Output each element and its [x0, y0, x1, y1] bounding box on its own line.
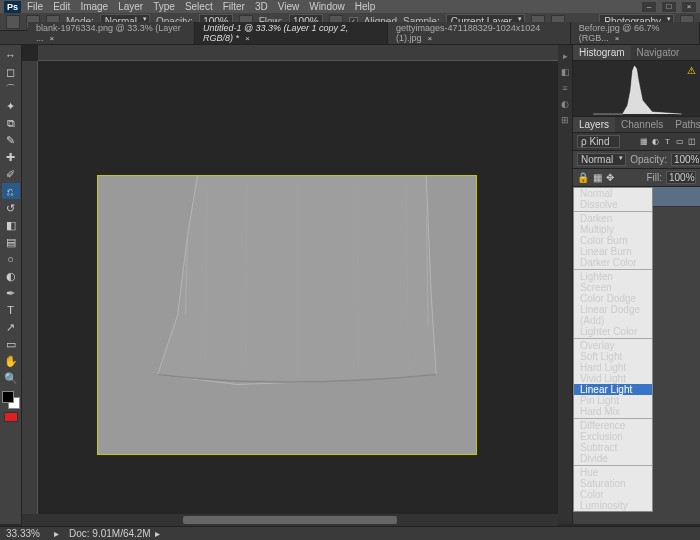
zoom-level[interactable]: 33.33%: [6, 528, 54, 539]
blend-mode-item[interactable]: Exclusion: [574, 431, 652, 442]
blend-mode-item[interactable]: Pin Light: [574, 395, 652, 406]
document-tab[interactable]: Untitled-1 @ 33.3% (Layer 1 copy 2, RGB/…: [195, 22, 388, 44]
wand-tool[interactable]: ✦: [2, 98, 20, 114]
filter-type-icon[interactable]: T: [663, 137, 672, 146]
type-tool[interactable]: T: [2, 302, 20, 318]
blend-mode-item[interactable]: Lighten: [574, 271, 652, 282]
ruler-horizontal[interactable]: [38, 45, 558, 61]
blend-mode-item[interactable]: Soft Light: [574, 351, 652, 362]
blend-mode-item[interactable]: Color: [574, 489, 652, 500]
pen-tool[interactable]: ✒: [2, 285, 20, 301]
menu-3d[interactable]: 3D: [255, 1, 268, 12]
blend-mode-item[interactable]: Hard Mix: [574, 406, 652, 417]
blend-mode-item[interactable]: Saturation: [574, 478, 652, 489]
shape-tool[interactable]: ▭: [2, 336, 20, 352]
tool-preset-icon[interactable]: [6, 15, 20, 29]
menu-image[interactable]: Image: [80, 1, 108, 12]
color-swatch[interactable]: [2, 391, 20, 409]
filter-pixel-icon[interactable]: ▦: [639, 137, 648, 146]
close-tab-icon[interactable]: ×: [50, 34, 55, 43]
dock-panel-icon-2[interactable]: ≡: [560, 83, 570, 93]
menu-help[interactable]: Help: [355, 1, 376, 12]
blend-mode-item[interactable]: Vivid Light: [574, 373, 652, 384]
blend-mode-item[interactable]: Hue: [574, 467, 652, 478]
doc-info-arrow-icon[interactable]: ▸: [155, 528, 160, 539]
stamp-tool[interactable]: ⎌: [2, 183, 20, 199]
lock-pixels-icon[interactable]: ▦: [593, 172, 602, 183]
history-brush-tool[interactable]: ↺: [2, 200, 20, 216]
heal-tool[interactable]: ✚: [2, 149, 20, 165]
menu-select[interactable]: Select: [185, 1, 213, 12]
fg-color-swatch[interactable]: [2, 391, 14, 403]
blend-mode-item[interactable]: Color Dodge: [574, 293, 652, 304]
tab-histogram[interactable]: Histogram: [573, 45, 631, 60]
blend-mode-item[interactable]: Luminosity: [574, 500, 652, 511]
dodge-tool[interactable]: ◐: [2, 268, 20, 284]
blend-mode-item[interactable]: Hard Light: [574, 362, 652, 373]
fill-input[interactable]: 100%: [666, 171, 696, 184]
window-minimize[interactable]: –: [642, 2, 656, 12]
menu-view[interactable]: View: [278, 1, 300, 12]
tab-navigator[interactable]: Navigator: [631, 45, 686, 60]
layer-opacity-input[interactable]: 100%: [671, 153, 700, 166]
blend-mode-item[interactable]: Linear Light: [574, 384, 652, 395]
canvas-area[interactable]: [22, 45, 558, 524]
document-tab[interactable]: gettyimages-471188329-1024x1024 (1).jpg×: [388, 22, 571, 44]
blend-mode-item[interactable]: Divide: [574, 453, 652, 464]
lasso-tool[interactable]: ⌒: [2, 81, 20, 97]
blend-mode-item[interactable]: Color Burn: [574, 235, 652, 246]
blend-mode-item[interactable]: Darker Color: [574, 257, 652, 268]
brush-tool[interactable]: ✐: [2, 166, 20, 182]
eraser-tool[interactable]: ◧: [2, 217, 20, 233]
ruler-vertical[interactable]: [22, 61, 38, 524]
menu-layer[interactable]: Layer: [118, 1, 143, 12]
window-close[interactable]: ×: [682, 2, 696, 12]
tab-layers[interactable]: Layers: [573, 117, 615, 132]
lock-position-icon[interactable]: ✥: [606, 172, 614, 183]
filter-smart-icon[interactable]: ◫: [687, 137, 696, 146]
menu-window[interactable]: Window: [309, 1, 345, 12]
blend-mode-item[interactable]: Subtract: [574, 442, 652, 453]
blend-mode-item[interactable]: Lighter Color: [574, 326, 652, 337]
move-tool[interactable]: ↔: [2, 47, 20, 63]
layer-kind-dropdown[interactable]: ρ Kind: [577, 135, 620, 148]
document-tab[interactable]: Before.jpg @ 66.7% (RGB...×: [571, 22, 700, 44]
close-tab-icon[interactable]: ×: [245, 34, 250, 43]
tab-paths[interactable]: Paths: [669, 117, 700, 132]
menu-type[interactable]: Type: [153, 1, 175, 12]
quick-mask-icon[interactable]: [4, 412, 18, 422]
filter-shape-icon[interactable]: ▭: [675, 137, 684, 146]
blend-mode-item[interactable]: Darken: [574, 213, 652, 224]
filter-adj-icon[interactable]: ◐: [651, 137, 660, 146]
blend-mode-item[interactable]: Dissolve: [574, 199, 652, 210]
blend-mode-item[interactable]: Screen: [574, 282, 652, 293]
document-tab[interactable]: blank-1976334.png @ 33.3% (Layer ...×: [28, 22, 195, 44]
blend-mode-item[interactable]: Difference: [574, 420, 652, 431]
dock-panel-icon-3[interactable]: ◐: [560, 99, 570, 109]
document-canvas[interactable]: [97, 175, 477, 455]
horizontal-scrollbar[interactable]: [22, 514, 558, 526]
close-tab-icon[interactable]: ×: [615, 34, 620, 43]
blend-mode-dropdown[interactable]: Normal: [577, 153, 626, 166]
blend-mode-item[interactable]: Linear Dodge (Add): [574, 304, 652, 326]
blend-mode-item[interactable]: Multiply: [574, 224, 652, 235]
menu-edit[interactable]: Edit: [53, 1, 70, 12]
lock-icon[interactable]: 🔒: [577, 172, 589, 183]
menu-filter[interactable]: Filter: [223, 1, 245, 12]
zoom-tool[interactable]: 🔍: [2, 370, 20, 386]
dock-panel-icon-4[interactable]: ⊞: [560, 115, 570, 125]
tab-channels[interactable]: Channels: [615, 117, 669, 132]
close-tab-icon[interactable]: ×: [428, 34, 433, 43]
doc-info[interactable]: Doc: 9.01M/64.2M: [69, 528, 151, 539]
blend-mode-item[interactable]: Linear Burn: [574, 246, 652, 257]
path-tool[interactable]: ↗: [2, 319, 20, 335]
blend-mode-item[interactable]: Normal: [574, 188, 652, 199]
gradient-tool[interactable]: ▤: [2, 234, 20, 250]
layer-list[interactable]: NormalDissolveDarkenMultiplyColor BurnLi…: [573, 187, 700, 524]
zoom-arrow-icon[interactable]: ▸: [54, 528, 59, 539]
hand-tool[interactable]: ✋: [2, 353, 20, 369]
dock-expand-icon[interactable]: ▸: [560, 51, 570, 61]
warning-icon[interactable]: ⚠: [687, 65, 696, 76]
scrollbar-thumb[interactable]: [183, 516, 397, 524]
menu-file[interactable]: File: [27, 1, 43, 12]
